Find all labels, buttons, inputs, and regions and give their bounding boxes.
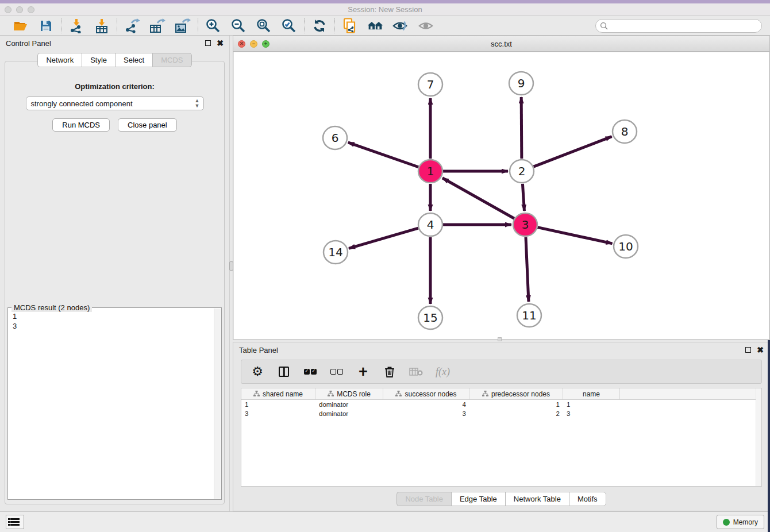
graph-node-label-8: 8	[621, 125, 629, 138]
hide-selected-icon[interactable]	[392, 18, 409, 34]
optimization-criterion-value: strongly connected component	[31, 99, 133, 108]
node-table: shared nameMCDS rolesuccessor nodesprede…	[241, 388, 762, 487]
graph-node-label-9: 9	[518, 76, 525, 90]
column-header-successor-nodes[interactable]: successor nodes	[383, 388, 469, 399]
tab-node-table[interactable]: Node Table	[396, 492, 451, 506]
control-panel-title: Control Panel	[6, 39, 51, 48]
column-header-label: predecessor nodes	[491, 390, 550, 398]
table-cell[interactable]: 3	[563, 410, 620, 417]
table-cell[interactable]: 3	[383, 410, 469, 417]
graph-node-label-2: 2	[518, 164, 526, 178]
optimization-criterion-select[interactable]: strongly connected component ▲▼	[26, 97, 204, 110]
table-cell[interactable]: 1	[469, 401, 563, 408]
mcds-result-title: MCDS result (2 nodes)	[11, 303, 92, 312]
import-table-icon[interactable]	[94, 18, 110, 34]
table-cell[interactable]: dominator	[315, 410, 383, 417]
graph-node-label-14: 14	[328, 245, 342, 259]
control-panel-tabs: Network Style Select MCDS	[0, 53, 229, 67]
control-panel: Control Panel ✖ Network Style Select MCD…	[0, 36, 230, 511]
show-all-icon	[418, 18, 434, 34]
task-history-button[interactable]	[6, 515, 24, 529]
network-view-window: ✕ − + scc.txt 7968124314101511	[233, 36, 770, 340]
export-network-icon[interactable]	[124, 18, 140, 34]
zoom-selected-icon[interactable]	[281, 18, 297, 34]
memory-label: Memory	[733, 518, 758, 526]
graph-node-label-11: 11	[522, 309, 536, 322]
tab-network[interactable]: Network	[37, 53, 82, 67]
table-cell[interactable]: 3	[241, 410, 315, 417]
table-row[interactable]: 3dominator323	[241, 409, 761, 418]
graph-edge-3-10[interactable]	[537, 228, 612, 244]
panel-divider-handle[interactable]	[229, 261, 233, 271]
close-panel-button[interactable]: Close panel	[118, 118, 177, 132]
column-header-name[interactable]: name	[563, 388, 620, 399]
graph-edge-3-11[interactable]	[526, 237, 529, 302]
memory-status-icon	[723, 519, 730, 526]
search-input[interactable]	[595, 19, 762, 33]
column-header-label: shared name	[263, 390, 303, 398]
select-all-checkboxes-icon[interactable]	[303, 364, 317, 380]
graph-edge-4-14[interactable]	[349, 228, 418, 248]
add-column-icon[interactable]: +	[356, 364, 370, 380]
cyndex-home-icon[interactable]	[367, 18, 383, 34]
float-panel-icon[interactable]	[205, 40, 211, 46]
graph-node-label-1: 1	[427, 164, 434, 178]
table-cell[interactable]: 4	[383, 401, 469, 408]
main-toolbar	[0, 16, 770, 36]
network-canvas[interactable]: 7968124314101511	[234, 52, 769, 339]
table-cell[interactable]: 1	[563, 401, 620, 408]
refresh-view-icon[interactable]	[311, 18, 328, 34]
run-mcds-button[interactable]: Run MCDS	[52, 118, 110, 132]
tab-mcds[interactable]: MCDS	[152, 53, 191, 67]
memory-button[interactable]: Memory	[717, 515, 764, 529]
graph-node-label-7: 7	[427, 78, 434, 91]
table-cell[interactable]: 1	[241, 401, 315, 408]
graph-edge-1-6[interactable]	[348, 142, 419, 167]
delete-column-icon[interactable]	[383, 364, 396, 380]
canvas-resize-handle[interactable]	[498, 337, 502, 341]
deselect-all-checkboxes-icon[interactable]	[330, 364, 344, 380]
tab-style[interactable]: Style	[82, 53, 115, 67]
zoom-in-icon[interactable]	[205, 18, 221, 34]
table-panel: Table Panel ✖ ⚙ + f(x) shared nameMCDS r…	[233, 342, 770, 511]
graph-edge-2-8[interactable]	[534, 137, 612, 167]
graph-edge-2-3[interactable]	[522, 184, 524, 211]
column-header-MCDS-role[interactable]: MCDS role	[315, 388, 383, 399]
close-panel-icon[interactable]: ✖	[217, 40, 224, 46]
tab-select[interactable]: Select	[115, 53, 152, 67]
column-header-shared-name[interactable]: shared name	[241, 388, 315, 399]
table-scrollbar[interactable]	[756, 388, 761, 486]
clone-network-icon[interactable]	[342, 18, 358, 34]
table-toolbar: ⚙ + f(x)	[241, 360, 762, 384]
mcds-result-box: MCDS result (2 nodes) 1 3	[7, 307, 222, 500]
export-table-icon[interactable]	[149, 18, 165, 34]
float-table-panel-icon[interactable]	[745, 347, 751, 353]
desktop-background-edge	[768, 340, 770, 532]
tab-edge-table[interactable]: Edge Table	[451, 492, 505, 506]
graph-node-label-4: 4	[427, 218, 434, 232]
table-cell[interactable]: 2	[469, 410, 563, 417]
graph-edge-2-9[interactable]	[521, 97, 522, 159]
column-header-label: successor nodes	[405, 390, 456, 398]
open-session-icon[interactable]	[13, 18, 29, 34]
app-titlebar: Session: New Session	[0, 3, 770, 16]
save-session-icon[interactable]	[38, 18, 54, 34]
table-header-row: shared nameMCDS rolesuccessor nodesprede…	[241, 388, 761, 400]
import-network-icon[interactable]	[68, 18, 84, 34]
split-columns-icon[interactable]	[277, 364, 291, 380]
table-row[interactable]: 1dominator411	[241, 400, 761, 409]
mcds-panel: Optimization criterion: strongly connect…	[5, 61, 225, 504]
toolbar-search	[595, 19, 762, 33]
column-header-predecessor-nodes[interactable]: predecessor nodes	[469, 388, 563, 399]
zoom-out-icon[interactable]	[230, 18, 247, 34]
table-panel-title: Table Panel	[239, 346, 278, 354]
zoom-fit-icon[interactable]	[256, 18, 272, 34]
tab-motifs[interactable]: Motifs	[569, 492, 606, 506]
mcds-result-scrollbar[interactable]	[214, 309, 221, 499]
close-table-panel-icon[interactable]: ✖	[757, 347, 764, 353]
graph-edge-3-1[interactable]	[442, 178, 514, 218]
export-image-icon[interactable]	[175, 18, 191, 34]
table-cell[interactable]: dominator	[315, 401, 383, 408]
tab-network-table[interactable]: Network Table	[505, 492, 569, 506]
settings-gear-icon[interactable]: ⚙	[251, 364, 264, 380]
